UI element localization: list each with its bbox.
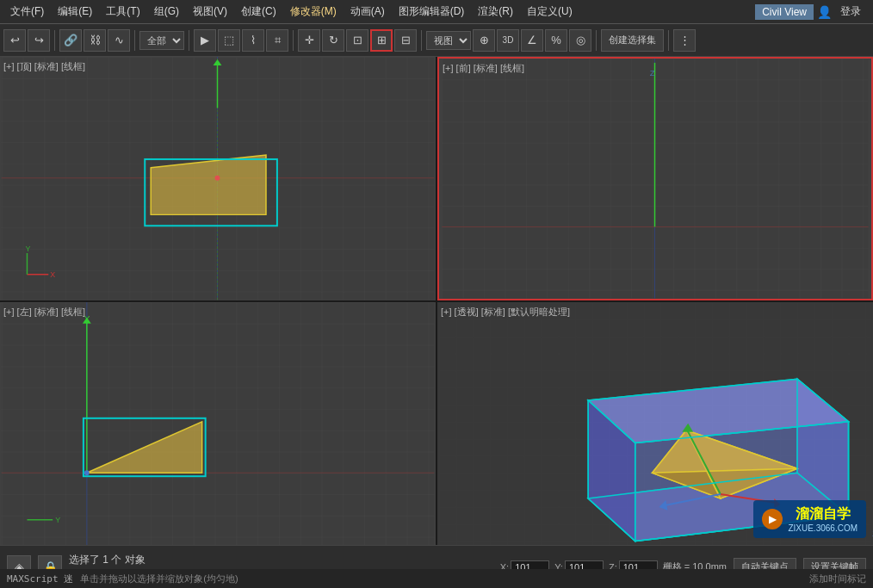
select-all-dropdown[interactable]: 全部 <box>139 31 184 50</box>
viewport-front[interactable]: [+] [前] [标准] [线框] <box>437 57 873 300</box>
maxscript-label: MAXScript 迷 <box>7 573 73 585</box>
menu-modifier[interactable]: 修改器(M) <box>283 2 344 22</box>
undo-button[interactable]: ↩ <box>3 29 26 52</box>
divider-1 <box>54 30 55 51</box>
view-dropdown[interactable]: 视图 <box>426 31 471 50</box>
scale-uniform-button[interactable]: ⊞ <box>370 29 393 52</box>
mirror-button[interactable]: ⊟ <box>394 29 417 52</box>
scale-button[interactable]: ⊡ <box>346 29 368 52</box>
status-bar-bottom: MAXScript 迷 单击并拖动以选择并缩放对象(均匀地) 添加时间标记 <box>0 569 873 588</box>
bottom-hint: 单击并拖动以选择并缩放对象(均匀地) <box>80 573 238 585</box>
spinner-button[interactable]: ◎ <box>569 29 591 52</box>
menu-file[interactable]: 文件(F) <box>3 2 51 22</box>
civil-view-button[interactable]: Civil View <box>755 4 814 20</box>
divider-6 <box>596 30 597 51</box>
menu-render[interactable]: 渲染(R) <box>471 2 520 22</box>
svg-text:Y: Y <box>84 313 90 322</box>
main-area: [+] [顶] [标准] [线框] <box>0 57 873 545</box>
watermark-url: ZIXUE.3066.COM <box>788 523 858 533</box>
angle-snap-button[interactable]: ∠ <box>521 29 543 52</box>
svg-point-11 <box>215 176 220 181</box>
select-object-button[interactable]: ▶ <box>194 29 216 52</box>
viewport-front-canvas: X Y Z <box>439 59 871 299</box>
viewport-top[interactable]: [+] [顶] [标准] [线框] <box>0 57 436 300</box>
viewport-left-canvas: Y Y <box>0 302 436 546</box>
menu-group[interactable]: 组(G) <box>147 2 186 22</box>
menu-graph-editor[interactable]: 图形编辑器(D) <box>392 2 472 22</box>
viewport-top-canvas: X Y <box>0 57 436 300</box>
svg-text:X: X <box>50 270 55 279</box>
menu-edit[interactable]: 编辑(E) <box>51 2 99 22</box>
svg-point-39 <box>84 470 90 475</box>
divider-3 <box>189 30 189 51</box>
svg-rect-32 <box>2 302 435 546</box>
watermark-icon: ▶ <box>762 509 783 529</box>
fence-select-button[interactable]: ⌇ <box>242 29 264 52</box>
status-bar: ◈ 🔒 选择了 1 个 对象 单击并拖动以选择并缩放对象(均匀地) X: Y: … <box>0 545 873 588</box>
create-selection-set-button[interactable]: 创建选择集 <box>601 29 664 52</box>
divider-2 <box>134 30 135 51</box>
lasso-select-button[interactable]: ⌗ <box>266 29 288 52</box>
extra-button[interactable]: ⋮ <box>673 29 696 52</box>
viewport-perspective[interactable]: [+] [透视] [标准] [默认明暗处理] <box>437 302 873 546</box>
add-time-label: 添加时间标记 <box>809 573 866 585</box>
svg-text:Z: Z <box>650 68 655 77</box>
create-sel-set-label: 创建选择集 <box>609 34 656 46</box>
menu-bar: 文件(F) 编辑(E) 工具(T) 组(G) 视图(V) 创建(C) 修改器(M… <box>0 0 873 24</box>
selected-count: 选择了 1 个 对象 <box>69 553 493 567</box>
viewport-left[interactable]: [+] [左] [标准] [线框] <box>0 302 436 546</box>
menu-create[interactable]: 创建(C) <box>234 2 283 22</box>
menu-animation[interactable]: 动画(A) <box>344 2 392 22</box>
viewport-grid: [+] [顶] [标准] [线框] <box>0 57 873 545</box>
menu-custom[interactable]: 自定义(U) <box>520 2 579 22</box>
watermark-title: 溜溜自学 <box>788 505 858 523</box>
divider-7 <box>668 30 669 51</box>
percent-snap-button[interactable]: % <box>545 29 567 52</box>
bind-button[interactable]: ∿ <box>108 29 130 52</box>
watermark: ▶ 溜溜自学 ZIXUE.3066.COM <box>753 500 866 538</box>
snap3d-toggle[interactable]: 3D <box>497 29 519 52</box>
divider-5 <box>421 30 422 51</box>
redo-button[interactable]: ↪ <box>28 29 50 52</box>
snap2d-button[interactable]: ⊕ <box>473 29 495 52</box>
svg-text:Y: Y <box>25 244 30 253</box>
move-button[interactable]: ✛ <box>298 29 320 52</box>
divider-4 <box>293 30 294 51</box>
login-button[interactable]: 登录 <box>835 3 866 21</box>
unlink-button[interactable]: ⛓ <box>84 29 106 52</box>
svg-text:Y: Y <box>55 515 60 523</box>
menu-tools[interactable]: 工具(T) <box>99 2 146 22</box>
toolbar: ↩ ↪ 🔗 ⛓ ∿ 全部 ▶ ⬚ ⌇ ⌗ ✛ ↻ ⊡ ⊞ ⊟ 视图 ⊕ 3D ∠… <box>0 24 873 57</box>
select-region-button[interactable]: ⬚ <box>218 29 240 52</box>
link-button[interactable]: 🔗 <box>59 29 82 52</box>
user-icon: 👤 <box>817 5 832 19</box>
menu-view[interactable]: 视图(V) <box>186 2 234 22</box>
rotate-button[interactable]: ↻ <box>322 29 344 52</box>
